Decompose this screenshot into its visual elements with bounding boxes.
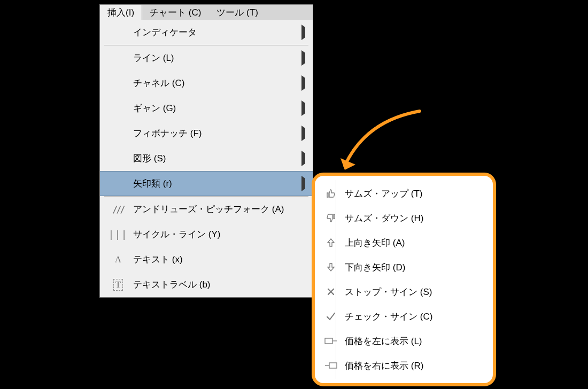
submenu-item-label: 下向き矢印 (D) <box>345 261 405 274</box>
callout-arrow-icon <box>334 107 425 176</box>
price-left-icon <box>322 337 339 345</box>
submenu-item-label: 上向き矢印 (A) <box>345 237 405 249</box>
menu-item-label: サイクル・ライン (Y) <box>133 228 220 240</box>
thumbs-up-icon <box>322 188 339 199</box>
thumbs-down-icon <box>322 213 339 223</box>
insert-dropdown: インディケータ ライン (L) チャネル (C) ギャン (G) フィボナッチ … <box>99 20 313 298</box>
menu-item-label: フィボナッチ (F) <box>133 127 202 139</box>
submenu-caret-icon <box>301 103 305 114</box>
menu-item-indicator[interactable]: インディケータ <box>100 20 313 45</box>
menu-bar: 挿入(I) チャート (C) ツール (T) <box>99 4 313 20</box>
menu-tab-tools[interactable]: ツール (T) <box>209 5 266 20</box>
cycle-lines-icon: ||| <box>111 229 126 240</box>
arrow-down-icon <box>322 262 339 273</box>
menu-item-label: ギャン (G) <box>133 102 176 114</box>
submenu-caret-icon <box>301 78 305 89</box>
submenu-item-label: 価格を右に表示 (R) <box>345 360 423 372</box>
tab-label: ツール (T) <box>216 6 258 19</box>
svg-rect-0 <box>325 338 332 344</box>
submenu-item-thumbs-up[interactable]: サムズ・アップ (T) <box>320 181 485 206</box>
submenu-item-label: 価格を左に表示 (L) <box>345 335 422 347</box>
submenu-item-check-sign[interactable]: チェック・サイン (C) <box>320 304 485 329</box>
submenu-caret-icon <box>301 153 305 164</box>
menu-item-arrows[interactable]: 矢印類 (r) <box>100 171 313 196</box>
submenu-item-price-left[interactable]: 価格を左に表示 (L) <box>320 329 485 353</box>
menu-item-label: 矢印類 (r) <box>133 177 172 190</box>
tab-label: チャート (C) <box>150 6 201 19</box>
svg-rect-3 <box>329 363 337 368</box>
menu-item-label: インディケータ <box>133 26 197 38</box>
menu-item-label: アンドリューズ・ピッチフォーク (A) <box>133 203 284 215</box>
text-label-icon: T <box>111 279 126 291</box>
menu-item-line[interactable]: ライン (L) <box>100 45 313 71</box>
arrows-submenu: サムズ・アップ (T) サムズ・ダウン (H) 上向き矢印 (A) 下向き矢印 … <box>312 173 496 386</box>
menu-item-label: テキスト (x) <box>133 253 183 266</box>
submenu-item-label: サムズ・ダウン (H) <box>345 212 423 224</box>
submenu-caret-icon <box>301 178 305 189</box>
menu-item-label: 図形 (S) <box>133 152 166 165</box>
menu-item-gann[interactable]: ギャン (G) <box>100 96 313 121</box>
submenu-caret-icon <box>301 27 305 38</box>
menu-item-label: テキストラベル (b) <box>133 278 211 291</box>
menu-item-cycle-lines[interactable]: ||| サイクル・ライン (Y) <box>100 222 313 247</box>
submenu-item-arrow-up[interactable]: 上向き矢印 (A) <box>320 230 485 255</box>
text-icon: A <box>111 254 126 265</box>
menu-item-fibonacci[interactable]: フィボナッチ (F) <box>100 121 313 146</box>
pitchfork-icon: /// <box>111 204 126 215</box>
submenu-item-stop-sign[interactable]: ストップ・サイン (S) <box>320 279 485 304</box>
menu-item-pitchfork[interactable]: /// アンドリューズ・ピッチフォーク (A) <box>100 197 313 222</box>
menu-tab-chart[interactable]: チャート (C) <box>142 5 209 20</box>
check-icon <box>322 311 339 322</box>
stop-icon <box>322 287 339 297</box>
price-right-icon <box>322 362 339 369</box>
menu-item-label: ライン (L) <box>133 52 174 64</box>
submenu-item-thumbs-down[interactable]: サムズ・ダウン (H) <box>320 206 485 230</box>
menu-tab-insert[interactable]: 挿入(I) <box>100 5 142 20</box>
submenu-item-price-right[interactable]: 価格を右に表示 (R) <box>320 353 485 378</box>
menu-item-text[interactable]: A テキスト (x) <box>100 247 313 272</box>
submenu-item-label: チェック・サイン (C) <box>345 310 432 323</box>
menu-item-label: チャネル (C) <box>133 77 184 89</box>
submenu-item-label: サムズ・アップ (T) <box>345 188 422 200</box>
submenu-caret-icon <box>301 53 305 64</box>
menu-item-shapes[interactable]: 図形 (S) <box>100 146 313 171</box>
submenu-item-arrow-down[interactable]: 下向き矢印 (D) <box>320 255 485 279</box>
tab-label: 挿入(I) <box>107 6 134 19</box>
menu-item-text-label[interactable]: T テキストラベル (b) <box>100 272 313 297</box>
arrow-up-icon <box>322 237 339 248</box>
submenu-item-label: ストップ・サイン (S) <box>345 286 432 298</box>
menu-item-channel[interactable]: チャネル (C) <box>100 71 313 96</box>
submenu-caret-icon <box>301 128 305 139</box>
